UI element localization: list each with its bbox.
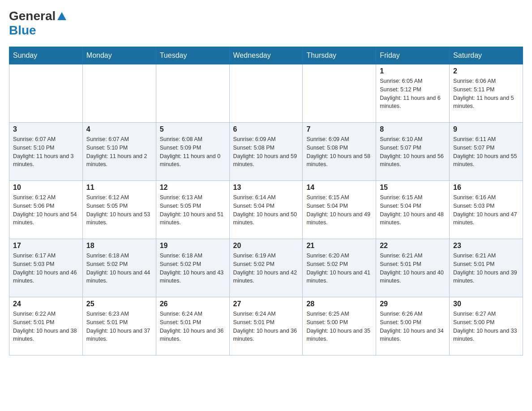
day-number: 3 [13,125,79,133]
day-number: 16 [453,184,519,192]
calendar-cell [156,64,229,123]
calendar-cell: 28Sunrise: 6:25 AM Sunset: 5:00 PM Dayli… [303,297,376,355]
calendar-cell: 20Sunrise: 6:19 AM Sunset: 5:02 PM Dayli… [229,239,303,297]
day-number: 20 [233,242,299,250]
day-info: Sunrise: 6:18 AM Sunset: 5:02 PM Dayligh… [160,252,226,285]
calendar-cell: 13Sunrise: 6:14 AM Sunset: 5:04 PM Dayli… [229,181,303,239]
calendar-cell: 19Sunrise: 6:18 AM Sunset: 5:02 PM Dayli… [156,239,229,297]
day-info: Sunrise: 6:09 AM Sunset: 5:08 PM Dayligh… [233,135,299,169]
calendar-week-row: 1Sunrise: 6:05 AM Sunset: 5:12 PM Daylig… [9,64,523,123]
calendar-header-row: SundayMondayTuesdayWednesdayThursdayFrid… [9,47,523,64]
day-of-week-header: Thursday [303,47,376,64]
day-number: 26 [160,300,226,308]
day-number: 10 [13,184,79,192]
calendar-cell: 4Sunrise: 6:07 AM Sunset: 5:10 PM Daylig… [82,123,156,181]
day-info: Sunrise: 6:24 AM Sunset: 5:01 PM Dayligh… [160,310,226,343]
calendar-table: SundayMondayTuesdayWednesdayThursdayFrid… [9,47,523,355]
day-info: Sunrise: 6:24 AM Sunset: 5:01 PM Dayligh… [233,310,299,343]
day-number: 1 [380,67,446,75]
day-number: 27 [233,300,299,308]
day-number: 28 [306,300,372,308]
day-number: 8 [380,125,446,133]
calendar-week-row: 24Sunrise: 6:22 AM Sunset: 5:01 PM Dayli… [9,297,523,355]
day-info: Sunrise: 6:15 AM Sunset: 5:04 PM Dayligh… [380,193,446,227]
calendar-cell [82,64,156,123]
calendar-cell [229,64,303,123]
calendar-cell: 1Sunrise: 6:05 AM Sunset: 5:12 PM Daylig… [376,64,450,123]
day-info: Sunrise: 6:21 AM Sunset: 5:01 PM Dayligh… [453,252,519,285]
calendar-cell: 22Sunrise: 6:21 AM Sunset: 5:01 PM Dayli… [376,239,450,297]
calendar-cell: 5Sunrise: 6:08 AM Sunset: 5:09 PM Daylig… [156,123,229,181]
day-info: Sunrise: 6:06 AM Sunset: 5:11 PM Dayligh… [453,77,519,111]
logo: General Blue [9,9,67,38]
calendar-cell: 8Sunrise: 6:10 AM Sunset: 5:07 PM Daylig… [376,123,450,181]
calendar-cell: 18Sunrise: 6:18 AM Sunset: 5:02 PM Dayli… [82,239,156,297]
page-header: General Blue [9,9,523,38]
calendar-cell: 24Sunrise: 6:22 AM Sunset: 5:01 PM Dayli… [9,297,83,355]
day-of-week-header: Friday [376,47,450,64]
day-info: Sunrise: 6:18 AM Sunset: 5:02 PM Dayligh… [86,252,152,285]
calendar-cell: 10Sunrise: 6:12 AM Sunset: 5:06 PM Dayli… [9,181,83,239]
day-number: 13 [233,184,299,192]
calendar-cell [303,64,376,123]
day-info: Sunrise: 6:16 AM Sunset: 5:03 PM Dayligh… [453,193,519,227]
calendar-cell: 23Sunrise: 6:21 AM Sunset: 5:01 PM Dayli… [450,239,523,297]
day-info: Sunrise: 6:27 AM Sunset: 5:00 PM Dayligh… [453,310,519,343]
day-info: Sunrise: 6:05 AM Sunset: 5:12 PM Dayligh… [380,77,446,111]
logo-general-text: General [9,9,56,23]
day-info: Sunrise: 6:07 AM Sunset: 5:10 PM Dayligh… [13,135,79,169]
day-info: Sunrise: 6:22 AM Sunset: 5:01 PM Dayligh… [13,310,79,343]
day-info: Sunrise: 6:23 AM Sunset: 5:01 PM Dayligh… [86,310,152,343]
calendar-cell: 12Sunrise: 6:13 AM Sunset: 5:05 PM Dayli… [156,181,229,239]
calendar-cell: 17Sunrise: 6:17 AM Sunset: 5:03 PM Dayli… [9,239,83,297]
day-info: Sunrise: 6:25 AM Sunset: 5:00 PM Dayligh… [306,310,372,343]
day-number: 19 [160,242,226,250]
calendar-week-row: 3Sunrise: 6:07 AM Sunset: 5:10 PM Daylig… [9,123,523,181]
calendar-cell: 27Sunrise: 6:24 AM Sunset: 5:01 PM Dayli… [229,297,303,355]
day-info: Sunrise: 6:20 AM Sunset: 5:02 PM Dayligh… [306,252,372,285]
day-of-week-header: Wednesday [229,47,303,64]
calendar-week-row: 17Sunrise: 6:17 AM Sunset: 5:03 PM Dayli… [9,239,523,297]
day-number: 12 [160,184,226,192]
day-number: 7 [306,125,372,133]
day-info: Sunrise: 6:21 AM Sunset: 5:01 PM Dayligh… [380,252,446,285]
calendar-cell: 3Sunrise: 6:07 AM Sunset: 5:10 PM Daylig… [9,123,83,181]
calendar-cell: 29Sunrise: 6:26 AM Sunset: 5:00 PM Dayli… [376,297,450,355]
day-of-week-header: Sunday [9,47,83,64]
calendar-cell: 21Sunrise: 6:20 AM Sunset: 5:02 PM Dayli… [303,239,376,297]
day-info: Sunrise: 6:19 AM Sunset: 5:02 PM Dayligh… [233,252,299,285]
logo-blue-text: Blue [9,23,36,38]
day-info: Sunrise: 6:07 AM Sunset: 5:10 PM Dayligh… [86,135,152,169]
day-number: 24 [13,300,79,308]
day-info: Sunrise: 6:17 AM Sunset: 5:03 PM Dayligh… [13,252,79,285]
day-number: 22 [380,242,446,250]
day-info: Sunrise: 6:09 AM Sunset: 5:08 PM Dayligh… [306,135,372,169]
day-number: 5 [160,125,226,133]
day-of-week-header: Tuesday [156,47,229,64]
day-of-week-header: Monday [82,47,156,64]
calendar-cell: 15Sunrise: 6:15 AM Sunset: 5:04 PM Dayli… [376,181,450,239]
day-number: 23 [453,242,519,250]
calendar-cell: 9Sunrise: 6:11 AM Sunset: 5:07 PM Daylig… [450,123,523,181]
calendar-week-row: 10Sunrise: 6:12 AM Sunset: 5:06 PM Dayli… [9,181,523,239]
day-info: Sunrise: 6:15 AM Sunset: 5:04 PM Dayligh… [306,193,372,227]
day-info: Sunrise: 6:13 AM Sunset: 5:05 PM Dayligh… [160,193,226,227]
day-number: 6 [233,125,299,133]
calendar-cell [9,64,83,123]
day-info: Sunrise: 6:11 AM Sunset: 5:07 PM Dayligh… [453,135,519,169]
calendar-cell: 2Sunrise: 6:06 AM Sunset: 5:11 PM Daylig… [450,64,523,123]
day-info: Sunrise: 6:08 AM Sunset: 5:09 PM Dayligh… [160,135,226,169]
calendar-cell: 14Sunrise: 6:15 AM Sunset: 5:04 PM Dayli… [303,181,376,239]
day-of-week-header: Saturday [450,47,523,64]
day-number: 25 [86,300,152,308]
day-info: Sunrise: 6:12 AM Sunset: 5:05 PM Dayligh… [86,193,152,227]
calendar-cell: 26Sunrise: 6:24 AM Sunset: 5:01 PM Dayli… [156,297,229,355]
day-number: 14 [306,184,372,192]
day-number: 2 [453,67,519,75]
day-number: 4 [86,125,152,133]
day-info: Sunrise: 6:26 AM Sunset: 5:00 PM Dayligh… [380,310,446,343]
day-info: Sunrise: 6:14 AM Sunset: 5:04 PM Dayligh… [233,193,299,227]
calendar-cell: 6Sunrise: 6:09 AM Sunset: 5:08 PM Daylig… [229,123,303,181]
day-info: Sunrise: 6:12 AM Sunset: 5:06 PM Dayligh… [13,193,79,227]
calendar-cell: 25Sunrise: 6:23 AM Sunset: 5:01 PM Dayli… [82,297,156,355]
